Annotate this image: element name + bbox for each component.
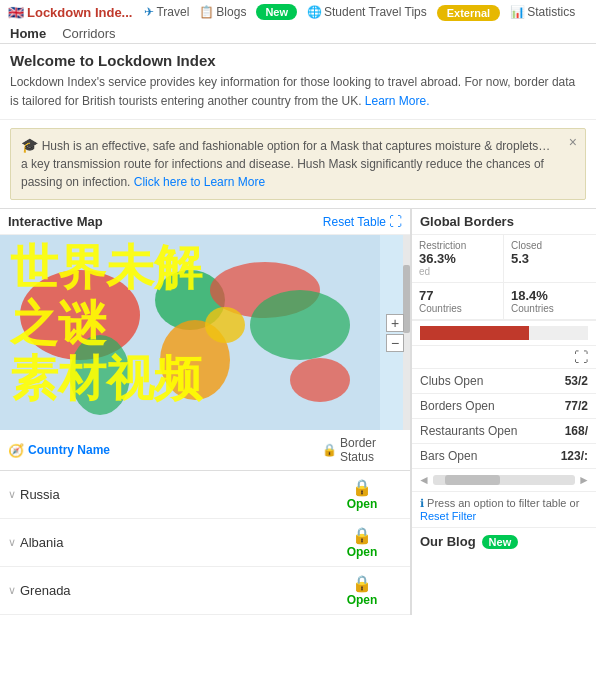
nav-home[interactable]: Home: [10, 26, 46, 41]
chevron-icon[interactable]: ∨: [8, 488, 16, 501]
main-content: Interactive Map Reset Table ⛶ 世界未解 之谜 素材…: [0, 208, 596, 615]
svg-point-8: [205, 307, 245, 343]
map-area: 世界未解 之谜 素材视频: [0, 235, 410, 430]
expand-icon: ⛶: [389, 214, 402, 229]
status-icon: 🔒: [322, 478, 402, 497]
table-row: ∨ Albania 🔒 Open: [0, 519, 410, 567]
stats-list-item[interactable]: Borders Open 77/2: [412, 394, 596, 419]
status-open: Open: [322, 593, 402, 607]
hat-icon: 🎓: [21, 137, 38, 153]
nav-external-badge-container[interactable]: External: [437, 5, 500, 20]
scroll-right-btn[interactable]: ►: [578, 473, 590, 487]
border-cell: 🔒 Open: [322, 526, 402, 559]
alert-box: × 🎓 Hush is an effective, safe and fashi…: [10, 128, 586, 200]
status-open: Open: [322, 497, 402, 511]
country-name: Russia: [20, 487, 60, 502]
border-cell: 🔒 Open: [322, 478, 402, 511]
svg-point-6: [250, 290, 350, 360]
close-button[interactable]: ×: [569, 134, 577, 150]
our-blog: Our Blog New: [412, 528, 596, 555]
travel-icon: ✈: [144, 5, 154, 19]
blog-badge[interactable]: New: [482, 535, 519, 549]
country-name: Albania: [20, 535, 63, 550]
zoom-in-btn[interactable]: +: [386, 314, 404, 332]
nav-statistics[interactable]: 📊 Statistics: [510, 5, 575, 19]
nav-blogs[interactable]: 📋 Blogs: [199, 5, 246, 19]
map-svg: [0, 235, 380, 430]
stat-closed: Closed 5.3: [504, 235, 596, 283]
new-badge[interactable]: New: [256, 4, 297, 20]
stat-open-count: 77 Countries: [412, 283, 504, 320]
nav-links: ✈ Travel 📋 Blogs New 🌐 Student Travel Ti…: [144, 4, 575, 20]
welcome-title: Welcome to Lockdown Index: [10, 52, 586, 69]
welcome-text: Lockdown Index's service provides key in…: [10, 73, 586, 111]
stats-grid: Restriction 36.3% ed Closed 5.3 77 Count…: [412, 235, 596, 321]
clubs-open-label: Clubs Open: [420, 374, 483, 388]
stats-list-item[interactable]: Bars Open 123/:: [412, 444, 596, 469]
status-open: Open: [322, 545, 402, 559]
svg-point-7: [290, 358, 350, 402]
zoom-controls: + −: [386, 314, 404, 352]
expand-icon[interactable]: ⛶: [574, 349, 588, 365]
status-icon: 🔒: [322, 526, 402, 545]
scroll-track[interactable]: [433, 475, 575, 485]
chart-area: [412, 321, 596, 346]
col-border: 🔒 Border Status: [322, 436, 402, 464]
blog-title: Our Blog: [420, 534, 476, 549]
info-icon: ℹ: [420, 497, 424, 509]
stats-list-item[interactable]: Clubs Open 53/2: [412, 369, 596, 394]
country-col-label: Country Name: [28, 443, 110, 457]
stats-list-item[interactable]: Restaurants Open 168/: [412, 419, 596, 444]
bars-open-value: 123/:: [561, 449, 588, 463]
nav-corridors[interactable]: Corridors: [62, 26, 115, 41]
blogs-icon: 📋: [199, 5, 214, 19]
brand[interactable]: 🇬🇧 Lockdown Inde...: [8, 5, 132, 20]
restaurants-open-value: 168/: [565, 424, 588, 438]
table-row: ∨ Russia 🔒 Open: [0, 471, 410, 519]
clubs-open-value: 53/2: [565, 374, 588, 388]
map-scrollbar[interactable]: [403, 235, 410, 430]
nav-new-badge-container[interactable]: New: [256, 4, 297, 20]
compass-icon: 🧭: [8, 443, 24, 458]
scroll-left-btn[interactable]: ◄: [418, 473, 430, 487]
globe-icon: 🌐: [307, 5, 322, 19]
stat-percentage: 18.4% Countries: [504, 283, 596, 320]
nav-student-travel[interactable]: 🌐 Student Travel Tips: [307, 5, 427, 19]
table-header: 🧭 Country Name 🔒 Border Status: [0, 430, 410, 471]
right-panel-title: Global Borders: [412, 209, 596, 235]
alert-link[interactable]: Click here to Learn More: [134, 175, 265, 189]
flag-icon: 🇬🇧: [8, 5, 24, 20]
reset-table-btn[interactable]: Reset Table ⛶: [323, 214, 402, 229]
left-panel: Interactive Map Reset Table ⛶ 世界未解 之谜 素材…: [0, 209, 411, 615]
nav-travel[interactable]: ✈ Travel: [144, 5, 189, 19]
stat-restriction: Restriction 36.3% ed: [412, 235, 504, 283]
right-panel: Global Borders Restriction 36.3% ed Clos…: [411, 209, 596, 615]
chevron-icon[interactable]: ∨: [8, 536, 16, 549]
nav-sub: Home Corridors: [0, 24, 596, 43]
reset-filter-link[interactable]: Reset Filter: [420, 510, 476, 522]
bars-open-label: Bars Open: [420, 449, 477, 463]
map-title: Interactive Map: [8, 214, 103, 229]
external-badge[interactable]: External: [437, 5, 500, 21]
stats-list: Clubs Open 53/2 Borders Open 77/2 Restau…: [412, 369, 596, 469]
navbar: 🇬🇧 Lockdown Inde... ✈ Travel 📋 Blogs New…: [0, 0, 596, 44]
welcome-section: Welcome to Lockdown Index Lockdown Index…: [0, 44, 596, 120]
zoom-out-btn[interactable]: −: [386, 334, 404, 352]
horizontal-scrollbar[interactable]: ◄ ►: [412, 469, 596, 492]
restaurants-open-label: Restaurants Open: [420, 424, 517, 438]
map-header: Interactive Map Reset Table ⛶: [0, 209, 410, 235]
expand-table: ⛶: [412, 346, 596, 369]
border-col-label: Border Status: [340, 436, 402, 464]
country-cell: ∨ Albania: [8, 535, 322, 550]
learn-more-link[interactable]: Learn More.: [365, 94, 430, 108]
lock-icon: 🔒: [322, 443, 337, 457]
alert-text: Hush is an effective, safe and fashionab…: [21, 139, 550, 189]
border-cell: 🔒 Open: [322, 574, 402, 607]
country-cell: ∨ Grenada: [8, 583, 322, 598]
table-rows: ∨ Russia 🔒 Open ∨ Albania 🔒 Open: [0, 471, 410, 615]
filter-note: ℹ Press an option to filter table or Res…: [412, 492, 596, 528]
country-name: Grenada: [20, 583, 71, 598]
stats-icon: 📊: [510, 5, 525, 19]
chevron-icon[interactable]: ∨: [8, 584, 16, 597]
col-country: 🧭 Country Name: [8, 443, 322, 458]
